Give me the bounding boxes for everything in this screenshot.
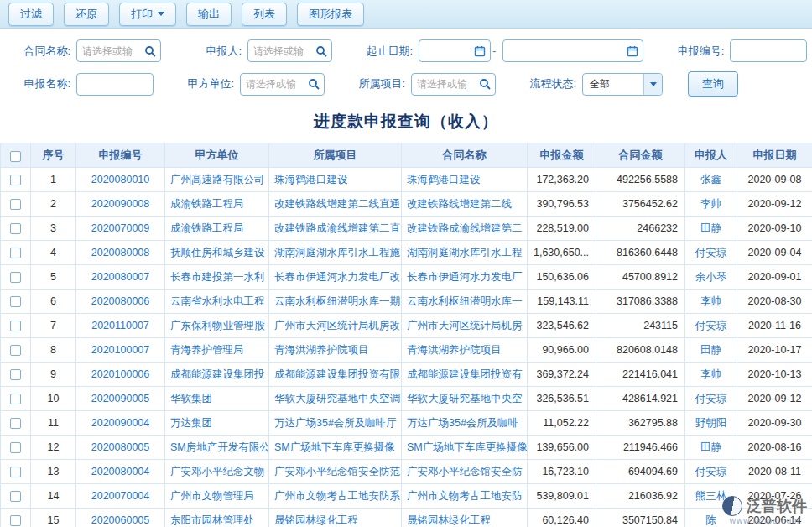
declare-name-input[interactable]: [82, 74, 148, 95]
row-checkbox[interactable]: [10, 223, 21, 234]
project-link[interactable]: 珠海鹤港口建设: [269, 168, 402, 192]
declaration-number-link[interactable]: 2020070009: [76, 217, 165, 241]
start-date-input[interactable]: [424, 40, 472, 61]
contract-name-link[interactable]: 广安邓小平纪念馆安全防: [402, 460, 528, 484]
declaration-number-link[interactable]: 2020080006: [76, 290, 165, 314]
project-link[interactable]: 华软大厦研究基地中央空调: [269, 387, 402, 411]
contract-name-link[interactable]: 晟铭园林绿化工程: [402, 509, 528, 527]
project-link[interactable]: 长春市伊通河水力发电厂改: [269, 265, 402, 290]
contract-name-link[interactable]: 湖南洞庭湖水库引水工程: [402, 241, 528, 265]
row-checkbox-cell: [1, 363, 31, 387]
project-link[interactable]: 广州市天河区统计局机房改: [269, 314, 402, 338]
declaration-number-link[interactable]: 2020100007: [76, 338, 165, 363]
declaration-number-link[interactable]: 2020090005: [76, 387, 165, 411]
row-checkbox[interactable]: [10, 175, 21, 185]
project-link[interactable]: 广安邓小平纪念馆安全防范: [269, 460, 402, 484]
calendar-icon[interactable]: [472, 45, 487, 57]
declaration-number-link[interactable]: 2020070004: [76, 484, 165, 509]
row-checkbox[interactable]: [10, 369, 21, 380]
party-a-link[interactable]: 抚顺住房和城乡建设: [165, 241, 269, 265]
row-checkbox[interactable]: [10, 296, 21, 307]
party-a-link[interactable]: 广东保利物业管理股: [165, 314, 269, 338]
project-link[interactable]: 成都能源建设集团投资有限: [269, 363, 402, 387]
project-link[interactable]: 改建铁路成渝线增建第二直: [269, 217, 402, 241]
contract-name-link[interactable]: 改建铁路成渝线增建第二: [402, 217, 528, 241]
select-all-checkbox[interactable]: [10, 151, 21, 162]
declare-number-input[interactable]: [736, 40, 801, 61]
declaration-number-link[interactable]: 2020090008: [76, 192, 165, 217]
declaration-number-link[interactable]: 2020080005: [76, 436, 165, 460]
export-button[interactable]: 输出: [186, 3, 232, 26]
contract-name-link[interactable]: 成都能源建设集团投资有: [402, 363, 528, 387]
contract-name-link[interactable]: 华软大厦研究基地中央空: [402, 387, 528, 411]
row-checkbox[interactable]: [10, 515, 21, 526]
query-button[interactable]: 查询: [688, 71, 738, 97]
chevron-down-icon[interactable]: [643, 74, 662, 95]
row-checkbox[interactable]: [10, 272, 21, 283]
row-checkbox[interactable]: [10, 394, 21, 404]
row-checkbox[interactable]: [10, 442, 21, 453]
search-icon[interactable]: [143, 45, 158, 57]
graph-report-button[interactable]: 图形报表: [297, 3, 364, 26]
search-icon[interactable]: [477, 78, 492, 90]
search-icon[interactable]: [314, 45, 329, 57]
declaration-number-link[interactable]: 2020080004: [76, 460, 165, 484]
contract-name-link[interactable]: 珠海鹤港口建设: [402, 168, 528, 192]
contract-name-input[interactable]: [82, 40, 143, 61]
declaration-number-link[interactable]: 2020060005: [76, 509, 165, 527]
list-view-button[interactable]: 列表: [242, 3, 287, 26]
declaration-number-link[interactable]: 2020090004: [76, 411, 165, 436]
end-date-input[interactable]: [508, 40, 625, 61]
party-a-link[interactable]: 成渝铁路工程局: [165, 192, 269, 217]
project-link[interactable]: 改建铁路线增建第二线直通: [269, 192, 402, 217]
calendar-icon[interactable]: [625, 45, 640, 57]
party-a-link[interactable]: 广州市文物管理局: [165, 484, 269, 509]
party-a-link[interactable]: 万达集团: [165, 411, 269, 436]
row-checkbox[interactable]: [10, 491, 21, 502]
contract-name-link[interactable]: 改建铁路线增建第二线: [402, 192, 528, 217]
project-input[interactable]: [417, 74, 477, 95]
row-checkbox[interactable]: [10, 199, 21, 210]
row-checkbox[interactable]: [10, 345, 21, 356]
party-a-link[interactable]: 青海养护管理局: [165, 338, 269, 363]
row-checkbox[interactable]: [10, 418, 21, 429]
party-a-link[interactable]: 云南省水利水电工程: [165, 290, 269, 314]
project-link[interactable]: 万达广场35#会所及咖啡厅: [269, 411, 402, 436]
row-checkbox[interactable]: [10, 248, 21, 258]
party-a-link[interactable]: 长春市建投第一水利: [165, 265, 269, 290]
project-link[interactable]: 湖南洞庭湖水库引水工程施: [269, 241, 402, 265]
contract-name-link[interactable]: 广州市天河区统计局机房: [402, 314, 528, 338]
contract-name-link[interactable]: 青海洪湖养护院项目: [402, 338, 528, 363]
flow-status-select[interactable]: 全部: [582, 73, 663, 96]
party-a-link[interactable]: SM房地产开发有限公: [165, 436, 269, 460]
project-link[interactable]: 云南水利枢纽潜明水库一期: [269, 290, 402, 314]
declaration-number-link[interactable]: 2020080008: [76, 241, 165, 265]
filter-button[interactable]: 过滤: [8, 3, 54, 26]
print-button[interactable]: 打印: [119, 3, 176, 26]
party-a-link[interactable]: 成都能源建设集团投: [165, 363, 269, 387]
declarant-input[interactable]: [253, 40, 314, 61]
search-icon[interactable]: [306, 78, 321, 90]
project-link[interactable]: 广州市文物考古工地安防系: [269, 484, 402, 509]
contract-name-link[interactable]: SM广场地下车库更换摄像: [402, 436, 528, 460]
declaration-number-link[interactable]: 2020080007: [76, 265, 165, 290]
party-a-link[interactable]: 华软集团: [165, 387, 269, 411]
restore-button[interactable]: 还原: [64, 3, 109, 26]
project-link[interactable]: 青海洪湖养护院项目: [269, 338, 402, 363]
project-link[interactable]: SM广场地下车库更换摄像: [269, 436, 402, 460]
party-a-link[interactable]: 广州高速路有限公司: [165, 168, 269, 192]
declaration-number-link[interactable]: 2020080010: [76, 168, 165, 192]
declaration-number-link[interactable]: 2020110007: [76, 314, 165, 338]
party-a-input[interactable]: [246, 74, 306, 95]
party-a-link[interactable]: 广安邓小平纪念文物: [165, 460, 269, 484]
row-checkbox[interactable]: [10, 467, 21, 477]
contract-name-link[interactable]: 云南水利枢纽潜明水库一: [402, 290, 528, 314]
contract-name-link[interactable]: 万达广场35#会所及咖啡: [402, 411, 528, 436]
contract-name-link[interactable]: 广州市文物考古工地安防: [402, 484, 528, 509]
party-a-link[interactable]: 东阳市园林管理处: [165, 509, 269, 527]
contract-name-link[interactable]: 长春市伊通河水力发电厂: [402, 265, 528, 290]
party-a-link[interactable]: 成渝铁路工程局: [165, 217, 269, 241]
project-link[interactable]: 晟铭园林绿化工程: [269, 509, 402, 527]
row-checkbox[interactable]: [10, 321, 21, 331]
declaration-number-link[interactable]: 2020100006: [76, 363, 165, 387]
